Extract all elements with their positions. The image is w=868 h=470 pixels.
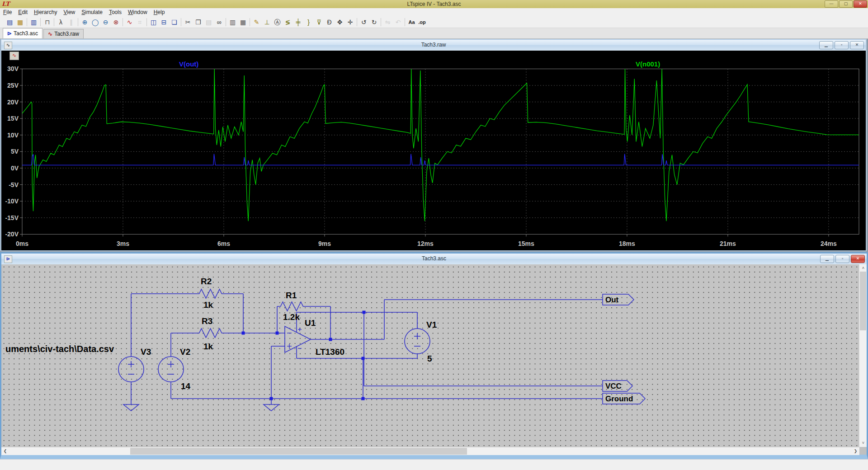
schematic-label[interactable]: U1 bbox=[305, 318, 316, 328]
net-flag-out[interactable]: Out bbox=[603, 294, 634, 305]
inductor-icon[interactable]: } bbox=[303, 17, 314, 27]
wire-icon[interactable]: ✎ bbox=[251, 17, 262, 27]
waveform-plot-pane[interactable]: ∿ 30V25V20V15V10V5V0V-5V-10V-15V-20V0ms3… bbox=[1, 51, 866, 250]
resistor-icon[interactable]: ≶ bbox=[283, 17, 293, 27]
redo-icon[interactable]: ↻ bbox=[369, 17, 379, 27]
cut-icon[interactable]: ✂ bbox=[183, 17, 193, 27]
scroll-left-icon[interactable]: ❮ bbox=[1, 447, 9, 455]
open-file-icon[interactable]: ▦ bbox=[15, 17, 25, 27]
menu-window[interactable]: Window bbox=[125, 8, 151, 16]
vertical-scrollbar[interactable]: ˄ ˅ bbox=[859, 264, 867, 447]
waveform-plot[interactable]: 30V25V20V15V10V5V0V-5V-10V-15V-20V0ms3ms… bbox=[1, 51, 866, 250]
undo-icon[interactable]: ↺ bbox=[359, 17, 369, 27]
print-icon[interactable]: ▦ bbox=[238, 17, 248, 27]
maximize-button[interactable]: ▢ bbox=[839, 0, 853, 8]
ground-symbol[interactable] bbox=[123, 404, 139, 411]
schematic-label[interactable]: 5 bbox=[427, 354, 432, 363]
schematic-label[interactable]: 1.2k bbox=[283, 312, 300, 322]
trace-V(out)[interactable] bbox=[22, 154, 859, 165]
trace-V(n001)[interactable] bbox=[22, 69, 859, 221]
scroll-down-icon[interactable]: ˅ bbox=[859, 439, 867, 447]
wave-minimize-button[interactable]: ▁ bbox=[819, 41, 833, 49]
zoom-in-icon[interactable]: ⊕ bbox=[80, 17, 90, 27]
waveform-window-titlebar[interactable]: ∿ Tach3.raw ▁ ▫ ✕ bbox=[1, 40, 866, 51]
zoom-full-extents-icon[interactable]: ⊗ bbox=[111, 17, 121, 27]
schematic-label[interactable]: 1k bbox=[203, 300, 213, 310]
opamp-U1[interactable] bbox=[285, 326, 311, 352]
horizontal-scrollbar[interactable]: ❮ ❯ bbox=[1, 447, 859, 455]
autorange-y-icon[interactable]: ∿ bbox=[124, 17, 135, 27]
drag-icon[interactable]: ✛ bbox=[345, 17, 355, 27]
voltage-source-V2[interactable] bbox=[158, 357, 184, 382]
schematic-drawing[interactable]: OutVCCGroundR21kR31kR11.2kU1LT1360V3V214… bbox=[5, 264, 853, 447]
mdi-area: ∿ Tach3.raw ▁ ▫ ✕ ∿ 30V25V20V15V10V5V0V-… bbox=[0, 39, 868, 459]
menu-tools[interactable]: Tools bbox=[106, 8, 125, 16]
run-icon[interactable]: λ bbox=[56, 17, 66, 27]
schematic-label[interactable]: R3 bbox=[202, 316, 212, 326]
capacitor-icon[interactable]: ╪ bbox=[293, 17, 303, 27]
spice-directive-icon[interactable]: .op bbox=[417, 17, 427, 27]
zoom-out-icon[interactable]: ⊖ bbox=[100, 17, 111, 27]
resistor-R1[interactable] bbox=[277, 302, 307, 311]
ground-icon[interactable]: ⊥ bbox=[262, 17, 272, 27]
save-icon[interactable]: ▥ bbox=[28, 17, 39, 27]
tab-tach3.raw[interactable]: ∿Tach3.raw bbox=[43, 29, 84, 38]
schematic-label[interactable]: R2 bbox=[201, 277, 212, 286]
schematic-label[interactable]: R1 bbox=[286, 291, 297, 300]
schematic-label[interactable]: 1k bbox=[203, 342, 213, 351]
schem-close-button[interactable]: ✕ bbox=[851, 255, 865, 263]
text-icon[interactable]: Aa bbox=[406, 17, 417, 27]
schematic-label[interactable]: uments\civ-tach\Data.csv bbox=[5, 344, 114, 354]
title-bar[interactable]: LT LTspice IV - Tach3.asc — ▢ ✕ bbox=[0, 0, 868, 9]
trace-label-V(out)[interactable]: V(out) bbox=[179, 60, 198, 68]
schematic-label[interactable]: V3 bbox=[141, 347, 151, 357]
voltage-source-V1[interactable] bbox=[405, 329, 430, 354]
menu-simulate[interactable]: Simulate bbox=[78, 8, 106, 16]
scroll-right-icon[interactable]: ❯ bbox=[852, 447, 859, 455]
wave-close-button[interactable]: ✕ bbox=[850, 41, 864, 49]
tile-vertical-icon[interactable]: ◫ bbox=[148, 17, 159, 27]
schem-restore-button[interactable]: ▫ bbox=[835, 255, 849, 263]
schem-minimize-button[interactable]: ▁ bbox=[820, 255, 834, 263]
find-icon[interactable]: ∞ bbox=[214, 17, 224, 27]
move-icon[interactable]: ✥ bbox=[335, 17, 345, 27]
minimize-button[interactable]: — bbox=[825, 0, 838, 8]
resistor-R3[interactable] bbox=[193, 329, 227, 338]
schematic-label[interactable]: V1 bbox=[426, 320, 437, 329]
menu-hierarchy[interactable]: Hierarchy bbox=[31, 8, 60, 16]
schematic-label[interactable]: 14 bbox=[181, 381, 191, 391]
tab-tach3.asc[interactable]: ⊳Tach3.asc bbox=[3, 28, 42, 38]
new-schematic-icon[interactable]: ▤ bbox=[5, 17, 15, 27]
menu-edit[interactable]: Edit bbox=[15, 8, 31, 16]
voltage-source-V3[interactable] bbox=[118, 357, 144, 382]
close-button[interactable]: ✕ bbox=[854, 0, 867, 8]
diode-icon[interactable]: ⊽ bbox=[314, 17, 324, 27]
net-flag-vcc[interactable]: VCC bbox=[603, 381, 632, 391]
resistor-R2[interactable] bbox=[193, 289, 227, 298]
plot-pane-icon[interactable]: ∿ bbox=[9, 52, 19, 60]
wave-restore-button[interactable]: ▫ bbox=[835, 41, 849, 49]
component-icon[interactable]: Ð bbox=[324, 17, 335, 27]
schematic-label[interactable]: V2 bbox=[180, 347, 190, 357]
schematic-canvas[interactable]: OutVCCGroundR21kR31kR11.2kU1LT1360V3V214… bbox=[1, 264, 867, 447]
trace-label-V(n001)[interactable]: V(n001) bbox=[636, 60, 660, 68]
vertical-scroll-thumb[interactable] bbox=[860, 272, 866, 330]
schematic-label[interactable]: LT1360 bbox=[316, 347, 344, 357]
waveform-window[interactable]: ∿ Tach3.raw ▁ ▫ ✕ ∿ 30V25V20V15V10V5V0V-… bbox=[0, 39, 867, 251]
print-preview-icon[interactable]: ▥ bbox=[227, 17, 238, 27]
scroll-up-icon[interactable]: ˄ bbox=[859, 264, 867, 272]
tile-horizontal-icon[interactable]: ⊟ bbox=[159, 17, 169, 27]
menu-view[interactable]: View bbox=[60, 8, 78, 16]
control-panel-icon[interactable]: ⊓ bbox=[42, 17, 52, 27]
net-label-icon[interactable]: Ⓐ bbox=[272, 17, 283, 27]
schematic-window-titlebar[interactable]: ⊳ Tach3.asc ▁ ▫ ✕ bbox=[1, 254, 867, 265]
schematic-window[interactable]: ⊳ Tach3.asc ▁ ▫ ✕ OutVCCGroundR21kR31kR1… bbox=[0, 252, 868, 459]
copy-icon[interactable]: ❐ bbox=[193, 17, 203, 27]
menu-file[interactable]: File bbox=[0, 8, 15, 16]
horizontal-scroll-thumb[interactable] bbox=[130, 448, 467, 455]
ground-symbol[interactable] bbox=[264, 404, 279, 411]
zoom-area-icon[interactable]: ◯ bbox=[90, 17, 100, 27]
cascade-windows-icon[interactable]: ❏ bbox=[169, 17, 179, 27]
net-flag-ground[interactable]: Ground bbox=[603, 393, 645, 404]
menu-help[interactable]: Help bbox=[151, 8, 168, 16]
